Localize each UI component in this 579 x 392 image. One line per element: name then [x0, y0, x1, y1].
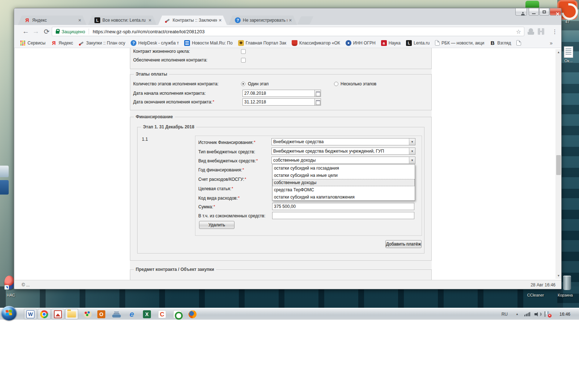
- taskbar-firefox[interactable]: [186, 309, 199, 319]
- recycle-bin-icon[interactable]: [563, 276, 571, 290]
- saved-funds-input[interactable]: [272, 212, 414, 219]
- date-end-input[interactable]: [242, 98, 315, 106]
- bookmark-portal[interactable]: Главная Портал Зак: [238, 40, 286, 46]
- desktop-icon-ccleaner-label[interactable]: CCleaner: [525, 293, 546, 297]
- bookmark-yandex[interactable]: Я Яндекс: [51, 40, 73, 46]
- desktop-icon-green-app[interactable]: [525, 1, 539, 8]
- row-number: 1.1: [142, 137, 148, 142]
- desktop-icon-orange-label: 47: [560, 20, 575, 24]
- taskbar-word[interactable]: W: [24, 309, 37, 319]
- chevron-down-icon[interactable]: ▾: [409, 139, 415, 145]
- bookmark-star-icon[interactable]: ☆: [516, 28, 521, 35]
- tab-contracts-active[interactable]: Контракты :: Заключени ✕: [158, 16, 227, 25]
- taskbar-excel[interactable]: X: [140, 309, 153, 319]
- close-button[interactable]: [550, 8, 561, 16]
- dropdown-option[interactable]: остатки субсидий на госзадания: [272, 165, 415, 172]
- extension-icon-2[interactable]: [538, 28, 544, 35]
- bookmark-inn-ogrn[interactable]: ИНН ОГРН: [346, 40, 376, 46]
- dropdown-option[interactable]: остатки субсидий на капиталовложения: [272, 193, 415, 201]
- page-scrollbar[interactable]: ▲ ▼: [555, 49, 561, 279]
- taskbar-onec[interactable]: [171, 309, 184, 319]
- taskbar-image-viewer[interactable]: [51, 309, 64, 319]
- start-button[interactable]: [1, 306, 17, 320]
- taskbar-chrome[interactable]: [38, 309, 51, 319]
- desktop-icon-left-1[interactable]: [0, 166, 9, 177]
- url-text[interactable]: https://new.gz-spb.ru/#cm/contract/creat…: [93, 29, 513, 34]
- extrabudget-kind-select-open[interactable]: собственные доходы ▾: [271, 157, 415, 164]
- profile-button[interactable]: [515, 8, 527, 16]
- tab-close-icon[interactable]: ✕: [219, 18, 222, 23]
- desktop-icon-left-2[interactable]: [0, 180, 9, 195]
- bookmark-mailru[interactable]: Новости Mail.Ru: По: [184, 40, 232, 46]
- radio-one-stage[interactable]: [241, 82, 245, 86]
- omnibox[interactable]: Защищено https://new.gz-spb.ru/#cm/contr…: [52, 27, 524, 36]
- contract-security-checkbox[interactable]: [241, 58, 246, 63]
- extrabudget-type-select[interactable]: Внебюджетные средства бюджетных учрежден…: [271, 148, 415, 155]
- chevron-down-icon[interactable]: ▾: [409, 148, 415, 154]
- bookmark-classifier[interactable]: Классификатор «ОК: [292, 40, 340, 46]
- bookmark-untitled[interactable]: [516, 40, 521, 46]
- tab-lenta[interactable]: L Все новости: Lenta.ru ✕: [88, 16, 157, 25]
- tab-question[interactable]: ? Не зарегистрировать ко ✕: [228, 16, 297, 25]
- bookmark-services[interactable]: Сервисы: [20, 40, 46, 46]
- chevron-down-icon[interactable]: ▾: [409, 157, 415, 163]
- taskbar-continent[interactable]: [110, 309, 123, 319]
- minimize-button[interactable]: [529, 8, 539, 16]
- back-button[interactable]: ←: [21, 26, 31, 37]
- bookmark-nauka[interactable]: a Наука: [381, 40, 401, 46]
- taskbar-paint[interactable]: [81, 309, 94, 319]
- bookmark-vzglyad[interactable]: B Взгляд: [490, 40, 511, 46]
- bookmarks-bar: Сервисы Я Яндекс Закупки :: План осу ? H…: [14, 38, 561, 48]
- action-center-flag-icon[interactable]: ✕: [545, 311, 550, 317]
- taskbar-internet-explorer[interactable]: e: [125, 309, 138, 319]
- chrome-menu-button[interactable]: ⋮: [550, 26, 559, 37]
- forward-button[interactable]: →: [31, 26, 41, 37]
- status-left-text: © ...: [22, 282, 30, 287]
- volume-icon[interactable]: [534, 312, 540, 317]
- dropdown-option[interactable]: остатки субсидий на иные цели: [272, 172, 415, 179]
- extension-icon-1[interactable]: [528, 28, 534, 35]
- radio-multi-stage[interactable]: [334, 82, 338, 86]
- clock[interactable]: 16:46: [559, 312, 570, 317]
- taskbar-outlook[interactable]: O: [95, 309, 108, 319]
- tray-expand-icon[interactable]: ▲: [516, 312, 519, 316]
- tab-yandex[interactable]: Я Яндекс ✕: [18, 16, 86, 25]
- sum-input[interactable]: [272, 203, 414, 210]
- dropdown-option[interactable]: средства ТерФОМС: [272, 186, 415, 193]
- taskbar-consultant[interactable]: C: [156, 309, 169, 319]
- bookmark-zakupki[interactable]: Закупки :: План осу: [79, 40, 125, 46]
- bookmarks-overflow-chevron[interactable]: »: [550, 40, 553, 46]
- tab-close-icon[interactable]: ✕: [289, 18, 292, 23]
- bookmark-rbk[interactable]: РБК — новости, акци: [435, 40, 484, 46]
- dropdown-option-selected[interactable]: собственные доходы: [272, 179, 415, 186]
- funding-source-select[interactable]: Внебюджетные средства ▾: [271, 138, 415, 145]
- taskbar-explorer[interactable]: [65, 309, 78, 319]
- reload-button[interactable]: ⟳: [42, 26, 52, 37]
- lifecycle-contract-checkbox[interactable]: [241, 49, 246, 54]
- recycle-bin-label: Корзина: [554, 293, 576, 297]
- consultant-icon: C: [158, 310, 166, 318]
- tab-close-icon[interactable]: ✕: [148, 18, 152, 23]
- question-icon: ?: [131, 40, 136, 46]
- desktop-icon-document[interactable]: [564, 46, 573, 58]
- tab-title: Контракты :: Заключени: [173, 18, 217, 23]
- delete-button[interactable]: Удалить: [199, 221, 234, 229]
- calendar-button[interactable]: [315, 90, 321, 97]
- financing-legend: Финансирование: [134, 114, 175, 119]
- maximize-button[interactable]: [539, 8, 549, 16]
- scroll-down-button[interactable]: ▼: [555, 273, 561, 279]
- expense-code-label: Код вида расходов:*: [198, 196, 240, 201]
- tab-close-icon[interactable]: ✕: [78, 18, 81, 23]
- language-indicator[interactable]: RU: [502, 312, 508, 317]
- new-tab-button[interactable]: [297, 16, 313, 24]
- calendar-button[interactable]: [315, 98, 321, 106]
- date-start-input[interactable]: [242, 90, 315, 97]
- maximize-icon: [543, 10, 546, 13]
- scroll-up-button[interactable]: ▲: [555, 49, 561, 55]
- bookmark-helpdesk[interactable]: ? HelpDesk - служба т: [131, 40, 179, 46]
- omnibox-divider: [89, 29, 89, 34]
- network-signal-icon[interactable]: [524, 312, 530, 316]
- bookmark-lenta[interactable]: L Lenta.ru: [406, 40, 430, 46]
- scrollbar-thumb[interactable]: [556, 155, 561, 175]
- add-payment-button[interactable]: Добавить платёж: [385, 240, 422, 248]
